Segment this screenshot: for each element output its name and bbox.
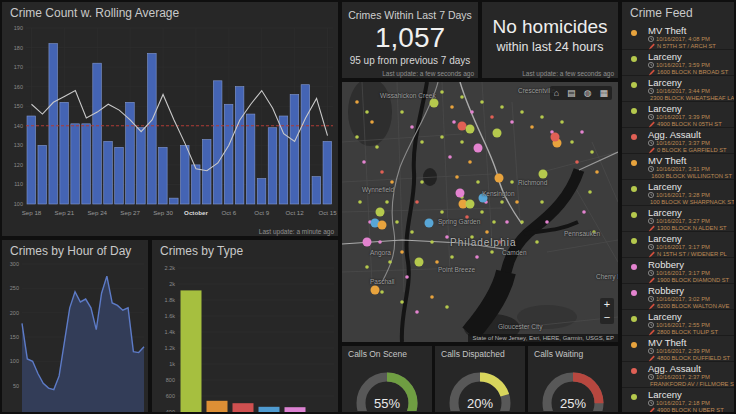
map-zoom-control[interactable]: + − — [600, 298, 614, 324]
map-crime-dot[interactable] — [492, 220, 496, 224]
map-crime-dot[interactable] — [480, 210, 484, 214]
crime-count-bar[interactable] — [115, 147, 124, 204]
map-crime-dot[interactable] — [365, 110, 369, 114]
map-crime-dot[interactable] — [575, 160, 579, 164]
map-crime-dot[interactable] — [520, 220, 524, 224]
map-crime-dot[interactable] — [590, 150, 594, 154]
crime-count-bar[interactable] — [71, 124, 80, 204]
map-crime-dot-large[interactable] — [425, 219, 434, 228]
crime-type-bar[interactable] — [181, 290, 202, 412]
crime-feed-list[interactable]: MV Theft10/16/2017, 4:08 PMN 57TH ST / A… — [622, 24, 734, 412]
map-crime-dot[interactable] — [445, 235, 449, 239]
zoom-in-button[interactable]: + — [600, 298, 614, 311]
map-crime-dot[interactable] — [560, 120, 564, 124]
crime-feed-item[interactable]: Larceny10/16/2017, 3:39 PM4900 BLOCK N 0… — [622, 102, 734, 128]
crime-count-bar[interactable] — [82, 124, 91, 204]
map-crime-dot[interactable] — [420, 180, 424, 184]
map-crime-dot[interactable] — [390, 180, 394, 184]
map-crime-dot-large[interactable] — [378, 221, 387, 230]
map-crime-dot[interactable] — [415, 310, 419, 314]
map-crime-dot[interactable] — [440, 210, 444, 214]
map-crime-dot[interactable] — [455, 175, 459, 179]
crime-count-bar[interactable] — [279, 116, 288, 204]
crime-count-bar[interactable] — [38, 145, 47, 204]
crime-count-bar[interactable] — [159, 147, 168, 204]
map-crime-dot[interactable] — [405, 275, 409, 279]
crime-count-bar[interactable] — [202, 139, 211, 204]
map-crime-dot[interactable] — [355, 135, 359, 139]
map-crime-dot-large[interactable] — [551, 133, 560, 142]
map-crime-dot[interactable] — [435, 260, 439, 264]
map-crime-dot[interactable] — [410, 125, 414, 129]
map-crime-dot[interactable] — [440, 90, 444, 94]
map-crime-dot[interactable] — [470, 110, 474, 114]
crime-count-bar[interactable] — [301, 85, 310, 204]
crime-feed-item[interactable]: Larceny10/16/2017, 3:59 PM1600 BLOCK N B… — [622, 50, 734, 76]
map-crime-dot[interactable] — [485, 230, 489, 234]
map-crime-dot[interactable] — [388, 260, 392, 264]
map-crime-dot[interactable] — [355, 100, 359, 104]
map-crime-dot[interactable] — [445, 305, 449, 309]
map-crime-dot-large[interactable] — [363, 238, 372, 247]
zoom-out-button[interactable]: − — [600, 311, 614, 324]
crime-feed-item[interactable]: Agg. Assault10/16/2017, 3:37 PM0 BLOCK E… — [622, 128, 734, 154]
map-crime-dot[interactable] — [490, 115, 494, 119]
crime-feed-item[interactable]: Larceny10/16/2017, 3:17 PMN 15TH ST / WI… — [622, 232, 734, 258]
map-crime-dot-large[interactable] — [456, 189, 465, 198]
map-crime-dot-large[interactable] — [376, 208, 385, 217]
crime-count-bar[interactable] — [137, 128, 146, 204]
crime-feed-item[interactable]: Larceny10/16/2017, 3:27 PM1300 BLOCK N A… — [622, 206, 734, 232]
crime-type-bar[interactable] — [233, 403, 254, 412]
map-crime-dot[interactable] — [505, 220, 509, 224]
map-crime-dot[interactable] — [500, 200, 504, 204]
crime-count-bar[interactable] — [213, 81, 222, 204]
map-crime-dot[interactable] — [510, 120, 514, 124]
crime-count-bar[interactable] — [257, 179, 266, 204]
map-crime-dot[interactable] — [365, 265, 369, 269]
map-crime-dot[interactable] — [452, 120, 456, 124]
map-crime-dot-large[interactable] — [415, 258, 424, 267]
map-panel[interactable]: Wissahickon CreekCrescentvilleWynnefield… — [342, 82, 618, 342]
map-crime-dot[interactable] — [515, 200, 519, 204]
map-crime-dot[interactable] — [582, 210, 586, 214]
map-crime-dot-large[interactable] — [458, 122, 467, 131]
crime-feed-item[interactable]: Agg. Assault10/16/2017, 2:37 PMFRANKFORD… — [622, 362, 734, 388]
map-crime-dot-large[interactable] — [371, 286, 380, 295]
crime-feed-item[interactable]: Larceny10/16/2017, 3:28 PM100 BLOCK W SH… — [622, 180, 734, 206]
map-crime-dot-large[interactable] — [493, 129, 502, 138]
map-crime-dot[interactable] — [450, 255, 454, 259]
map-crime-dot[interactable] — [380, 290, 384, 294]
map-crime-dot[interactable] — [530, 125, 534, 129]
map-crime-dot[interactable] — [420, 140, 424, 144]
crime-count-bar[interactable] — [49, 44, 58, 204]
crime-count-bar[interactable] — [323, 141, 332, 204]
map-crime-dot[interactable] — [540, 115, 544, 119]
crime-feed-item[interactable]: Robbery10/16/2017, 3:02 PM6200 BLOCK WAL… — [622, 284, 734, 310]
map-crime-dot[interactable] — [460, 140, 464, 144]
crime-feed-item[interactable]: MV Theft10/16/2017, 3:31 PM1600 BLOCK WI… — [622, 154, 734, 180]
map-crime-dot[interactable] — [400, 300, 404, 304]
map-crime-dot-large[interactable] — [474, 144, 483, 153]
map-crime-dot[interactable] — [476, 180, 480, 184]
crime-type-bar[interactable] — [285, 407, 306, 412]
map-crime-dot-large[interactable] — [539, 170, 548, 179]
map-crime-dot[interactable] — [395, 220, 399, 224]
legend-icon[interactable]: ▤ — [563, 86, 580, 100]
map-crime-dot-large[interactable] — [430, 99, 439, 108]
crime-count-bar[interactable] — [60, 102, 69, 204]
map-crime-dot[interactable] — [545, 220, 549, 224]
crime-count-bar[interactable] — [27, 116, 36, 204]
map-crime-dot[interactable] — [448, 155, 452, 159]
map-toolbar[interactable]: ⌂▤◍▦ — [550, 86, 612, 100]
crime-feed-item[interactable]: Robbery10/16/2017, 3:17 PM1900 BLOCK DIA… — [622, 258, 734, 284]
crime-count-bar[interactable] — [235, 87, 244, 204]
map-crime-dot[interactable] — [588, 190, 592, 194]
crime-count-bar[interactable] — [148, 53, 157, 204]
map-crime-dot[interactable] — [595, 170, 599, 174]
map-canvas[interactable] — [342, 82, 618, 342]
map-crime-dot-large[interactable] — [495, 174, 504, 183]
crime-count-bar[interactable] — [93, 63, 102, 204]
map-crime-dot[interactable] — [415, 200, 419, 204]
crime-count-bar[interactable] — [191, 165, 200, 204]
map-crime-dot[interactable] — [500, 105, 504, 109]
